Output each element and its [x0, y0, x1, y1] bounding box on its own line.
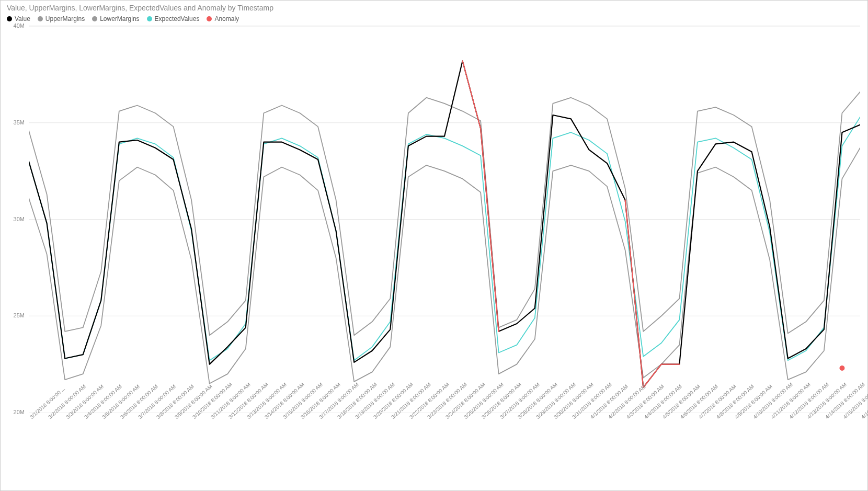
- legend-item-anomaly[interactable]: Anomaly: [207, 15, 239, 22]
- legend-swatch-expected: [147, 16, 152, 21]
- legend-label-expected: ExpectedValues: [155, 15, 200, 22]
- legend-item-value[interactable]: Value: [7, 15, 30, 22]
- y-tick-label: 20M: [14, 409, 25, 415]
- legend-label-lower: LowerMargins: [100, 15, 139, 22]
- y-tick-label: 30M: [14, 216, 25, 222]
- legend-item-lower[interactable]: LowerMargins: [92, 15, 139, 22]
- chart-title: Value, UpperMargins, LowerMargins, Expec…: [7, 4, 862, 12]
- plot-area[interactable]: [29, 26, 860, 413]
- legend-label-anomaly: Anomaly: [214, 15, 239, 22]
- legend-swatch-anomaly: [207, 16, 212, 21]
- legend-label-upper: UpperMargins: [45, 15, 85, 22]
- y-axis: 20M25M30M35M40M: [6, 26, 27, 413]
- plot-wrap: 20M25M30M35M40M 3/1/2018 8:00:00 ...3/2/…: [6, 26, 862, 465]
- x-axis: 3/1/2018 8:00:00 ...3/2/2018 8:00:00 AM3…: [29, 413, 860, 465]
- y-tick-label: 40M: [14, 22, 25, 29]
- legend-swatch-value: [7, 16, 12, 21]
- y-tick-label: 35M: [14, 119, 25, 125]
- legend-item-expected[interactable]: ExpectedValues: [147, 15, 200, 22]
- legend-swatch-upper: [38, 16, 43, 21]
- chart-container: Value, UpperMargins, LowerMargins, Expec…: [0, 0, 868, 491]
- legend: Value UpperMargins LowerMargins Expected…: [7, 15, 862, 22]
- chart-svg: [29, 26, 860, 413]
- legend-label-value: Value: [15, 15, 30, 22]
- legend-swatch-lower: [92, 16, 97, 21]
- svg-point-5: [839, 366, 844, 371]
- y-tick-label: 25M: [14, 312, 25, 318]
- legend-item-upper[interactable]: UpperMargins: [38, 15, 85, 22]
